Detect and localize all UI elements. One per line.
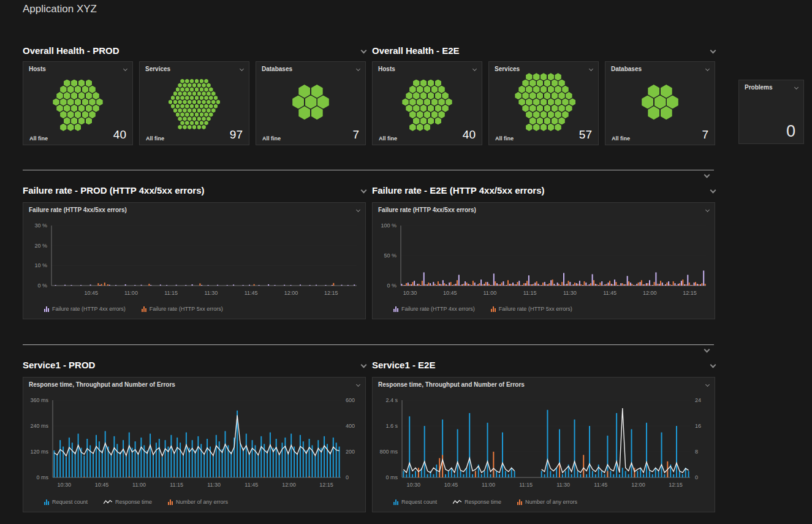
chevron-down-icon[interactable]: [704, 172, 710, 178]
tile-databases-e2e[interactable]: Databases All fine 7: [605, 61, 715, 145]
tile-header: Hosts: [23, 62, 132, 75]
legend-label: Number of any errors: [176, 499, 228, 505]
tile-title: Databases: [262, 66, 292, 72]
chevron-down-icon[interactable]: [710, 47, 716, 53]
legend-bars-icon: [168, 499, 173, 505]
chart-tile-service1-e2e[interactable]: Response time, Throughput and Number of …: [372, 377, 715, 512]
legend-line-icon: [104, 499, 112, 505]
services-honeycomb-visual[interactable]: [494, 75, 593, 129]
entity-count: 7: [352, 128, 359, 142]
section-title: Overall Health - E2E: [372, 45, 460, 56]
legend-item-5xx[interactable]: Failure rate (HTTP 5xx errors): [491, 306, 572, 312]
page-title: Application XYZ: [23, 3, 97, 15]
section-title: Service1 - E2E: [372, 360, 435, 370]
section-header-service1-e2e: Service1 - E2E: [372, 359, 715, 371]
problems-count: 0: [786, 122, 795, 141]
tile-footer: All fine 57: [489, 129, 598, 145]
legend-label: Response time: [465, 499, 501, 505]
legend-item-4xx[interactable]: Failure rate (HTTP 4xx errors): [44, 306, 126, 312]
tile-footer: All fine 7: [605, 129, 715, 145]
chevron-down-icon[interactable]: [123, 66, 127, 70]
chart-tile-failure-e2e[interactable]: Failure rate (HTTP 4xx/5xx errors) 100 %…: [372, 202, 715, 319]
section-header-health-e2e: Overall Health - E2E: [372, 44, 715, 56]
chevron-down-icon[interactable]: [472, 66, 477, 70]
tile-title: Services: [145, 66, 170, 72]
tile-hosts-prod[interactable]: Hosts All fine 40: [23, 61, 133, 145]
legend-bars-icon: [393, 499, 398, 505]
hosts-honeycomb-visual[interactable]: [378, 75, 477, 129]
chevron-down-icon[interactable]: [361, 187, 367, 193]
section-header-health-prod: Overall Health - PROD: [23, 44, 366, 56]
chevron-down-icon[interactable]: [704, 347, 710, 353]
status-label: All fine: [612, 135, 630, 142]
tile-hosts-e2e[interactable]: Hosts All fine 40: [372, 61, 482, 145]
status-label: All fine: [146, 135, 164, 142]
chevron-down-icon[interactable]: [589, 66, 593, 70]
chart-tile-service1-prod[interactable]: Response time, Throughput and Number of …: [23, 377, 366, 512]
status-label: All fine: [262, 135, 281, 142]
section-title: Failure rate - PROD (HTTP 4xx/5xx errors…: [23, 185, 205, 196]
section-header-failure-prod: Failure rate - PROD (HTTP 4xx/5xx errors…: [23, 184, 366, 196]
failure-e2e-chart[interactable]: 100 %50 %0 %10:3010:4511:0011:1511:3011:…: [373, 203, 715, 319]
failure-prod-chart[interactable]: 30 %20 %10 %0 %10:4511:0011:1511:3011:45…: [23, 203, 365, 319]
databases-honeycomb-visual[interactable]: [261, 75, 360, 129]
chevron-down-icon[interactable]: [794, 85, 799, 89]
chevron-down-icon[interactable]: [356, 66, 360, 70]
chevron-down-icon[interactable]: [361, 47, 367, 53]
chevron-down-icon[interactable]: [240, 66, 244, 70]
chart-legend: Request count Response time Number of an…: [393, 499, 577, 505]
legend-bars-icon: [44, 499, 49, 505]
tile-services-e2e[interactable]: Services All fine 57: [488, 61, 599, 145]
legend-bars-icon: [517, 499, 522, 505]
entity-count: 40: [113, 128, 126, 142]
entity-count: 97: [230, 128, 243, 142]
entity-count: 57: [579, 128, 592, 142]
tile-databases-prod[interactable]: Databases All fine 7: [256, 61, 366, 145]
tile-title: Problems: [745, 84, 773, 91]
legend-item-errors[interactable]: Number of any errors: [168, 499, 228, 505]
tile-title: Hosts: [29, 66, 46, 72]
legend-label: Request count: [401, 499, 437, 505]
section-divider: [23, 170, 714, 170]
chevron-down-icon[interactable]: [710, 362, 716, 368]
legend-bars-icon: [44, 306, 49, 312]
status-label: All fine: [495, 135, 514, 142]
entity-count: 40: [463, 128, 476, 142]
tile-services-prod[interactable]: Services All fine 97: [139, 61, 249, 145]
tile-header: Problems: [739, 80, 803, 94]
tile-problems[interactable]: Problems 0: [738, 80, 804, 144]
legend-bars-icon: [142, 306, 146, 312]
tile-footer: All fine 40: [23, 129, 132, 145]
services-honeycomb-visual[interactable]: [145, 75, 244, 129]
chevron-down-icon[interactable]: [710, 187, 716, 193]
legend-bars-icon: [393, 306, 398, 312]
legend-label: Failure rate (HTTP 4xx errors): [401, 306, 475, 312]
databases-honeycomb-visual[interactable]: [610, 75, 710, 129]
legend-item-response-time[interactable]: Response time: [104, 499, 152, 505]
entity-count: 7: [702, 128, 708, 142]
legend-line-icon: [453, 499, 461, 505]
legend-item-errors[interactable]: Number of any errors: [517, 499, 577, 505]
service1-prod-chart[interactable]: 360 ms240 ms120 ms0 ms600400200010:3010:…: [23, 378, 365, 512]
legend-item-request-count[interactable]: Request count: [393, 499, 437, 505]
chart-tile-failure-prod[interactable]: Failure rate (HTTP 4xx/5xx errors) 30 %2…: [23, 202, 366, 319]
section-title: Overall Health - PROD: [23, 45, 120, 56]
legend-label: Number of any errors: [525, 499, 577, 505]
chevron-down-icon[interactable]: [361, 362, 367, 368]
service1-e2e-chart[interactable]: 2.4 s1.6 s800 ms0 ms24168010:3010:4511:0…: [373, 378, 715, 512]
tile-header: Services: [140, 62, 249, 75]
tile-title: Hosts: [378, 66, 395, 72]
legend-item-4xx[interactable]: Failure rate (HTTP 4xx errors): [393, 306, 475, 312]
section-header-failure-e2e: Failure rate - E2E (HTTP 4xx/5xx errors): [372, 184, 715, 196]
legend-item-request-count[interactable]: Request count: [44, 499, 88, 505]
legend-item-response-time[interactable]: Response time: [453, 499, 501, 505]
legend-item-5xx[interactable]: Failure rate (HTTP 5xx errors): [142, 306, 223, 312]
tile-footer: All fine 97: [140, 129, 249, 145]
tile-header: Hosts: [373, 62, 482, 75]
tile-header: Databases: [256, 62, 365, 75]
legend-bars-icon: [491, 306, 496, 312]
hosts-honeycomb-visual[interactable]: [28, 75, 127, 129]
tile-title: Services: [495, 66, 520, 72]
tile-title: Databases: [611, 66, 642, 72]
chevron-down-icon[interactable]: [705, 66, 710, 70]
